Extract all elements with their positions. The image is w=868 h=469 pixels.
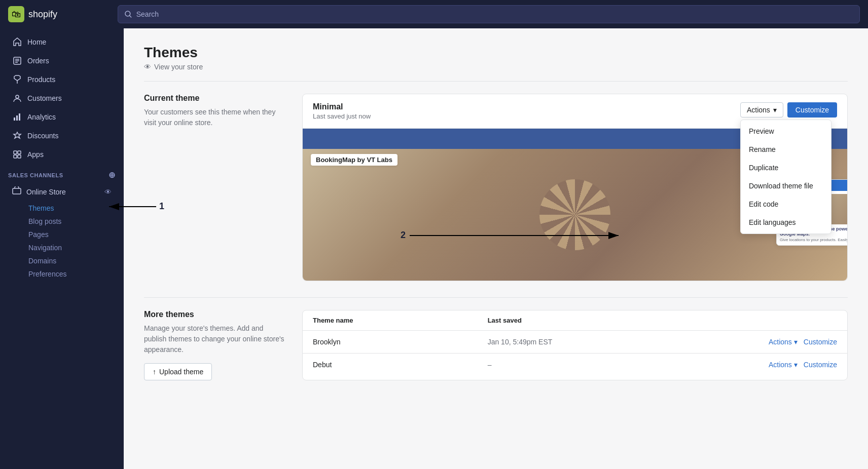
- add-sales-channel-icon[interactable]: ⊕: [108, 170, 116, 180]
- sub-nav-preferences[interactable]: Preferences: [20, 267, 124, 281]
- sidebar: Home Orders Products: [0, 28, 124, 469]
- logo: 🛍 shopify: [8, 6, 110, 22]
- search-input[interactable]: [136, 10, 853, 18]
- customize-button[interactable]: Customize: [787, 102, 837, 118]
- theme-name: Minimal: [313, 102, 371, 111]
- dropdown-edit-code[interactable]: Edit code: [741, 195, 831, 213]
- theme-row-debut-actions: Actions ▾ Customize: [662, 361, 837, 369]
- col-actions: [662, 317, 837, 324]
- col-last-saved: Last saved: [488, 317, 663, 324]
- sidebar-item-customers[interactable]: Customers: [4, 89, 120, 107]
- divider-2: [144, 297, 848, 298]
- products-icon: [12, 74, 22, 85]
- brooklyn-actions-label: Actions: [769, 338, 792, 346]
- svg-rect-10: [19, 113, 20, 121]
- more-themes-section: More themes Manage your store's themes. …: [144, 310, 848, 380]
- shopify-logo-bag: 🛍: [8, 6, 24, 22]
- dropdown-download[interactable]: Download theme file: [741, 177, 831, 195]
- topbar: 🛍 shopify: [0, 0, 868, 28]
- theme-row-brooklyn-saved: Jan 10, 5:49pm EST: [488, 338, 663, 346]
- online-store-left: Online Store: [12, 186, 66, 197]
- online-store-sub-nav: Themes Blog posts Pages Navigation Domai…: [0, 202, 124, 281]
- shopify-name: shopify: [28, 9, 57, 20]
- debut-actions-label: Actions: [769, 361, 792, 369]
- upload-theme-button[interactable]: ↑ Upload theme: [144, 363, 212, 380]
- debut-actions-button[interactable]: Actions ▾: [769, 361, 798, 369]
- brooklyn-actions-button[interactable]: Actions ▾: [769, 338, 798, 346]
- analytics-icon: [12, 112, 22, 122]
- sidebar-item-orders[interactable]: Orders: [4, 52, 120, 70]
- sub-nav-blog-posts[interactable]: Blog posts: [20, 215, 124, 228]
- current-theme-label: Current theme: [144, 94, 286, 103]
- svg-rect-11: [14, 151, 17, 154]
- theme-row-brooklyn-actions: Actions ▾ Customize: [662, 338, 837, 346]
- search-bar[interactable]: [118, 5, 860, 23]
- view-store-link[interactable]: 👁 View your store: [144, 63, 848, 71]
- sub-nav-pages[interactable]: Pages: [20, 228, 124, 241]
- theme-card-header: Minimal Last saved just now Actions ▾ Pr…: [303, 94, 847, 129]
- sub-nav-domains[interactable]: Domains: [20, 254, 124, 267]
- table-row: Debut – Actions ▾ Customize: [303, 354, 847, 376]
- actions-label: Actions: [747, 106, 770, 114]
- col-theme-name: Theme name: [313, 317, 488, 324]
- divider: [144, 81, 848, 82]
- sub-nav-themes[interactable]: Themes: [20, 202, 124, 215]
- current-theme-desc: Your customers see this theme when they …: [144, 107, 286, 128]
- theme-row-debut-saved: –: [488, 361, 663, 369]
- sales-channels-label: SALES CHANNELS: [8, 172, 63, 178]
- page-content: Themes 👁 View your store Current theme Y…: [124, 28, 868, 469]
- brooklyn-customize-button[interactable]: Customize: [804, 338, 837, 346]
- brooklyn-actions-chevron: ▾: [794, 338, 798, 346]
- svg-line-1: [130, 16, 131, 17]
- upload-label: Upload theme: [159, 368, 203, 376]
- svg-rect-14: [18, 155, 21, 158]
- actions-button[interactable]: Actions ▾: [740, 102, 783, 118]
- theme-row-debut-name: Debut: [313, 361, 488, 369]
- more-themes-desc: Manage your store's themes. Add and publ…: [144, 323, 286, 355]
- svg-rect-13: [14, 155, 17, 158]
- current-theme-info: Current theme Your customers see this th…: [144, 94, 286, 281]
- rope-visual: [539, 179, 610, 250]
- more-themes-label: More themes: [144, 310, 286, 319]
- discounts-label: Discounts: [27, 132, 58, 140]
- customers-label: Customers: [27, 94, 62, 102]
- svg-rect-15: [13, 188, 21, 194]
- theme-card-info: Minimal Last saved just now: [313, 102, 371, 120]
- products-label: Products: [27, 75, 55, 84]
- dropdown-duplicate[interactable]: Duplicate: [741, 159, 831, 177]
- orders-icon: [12, 56, 22, 66]
- sidebar-item-online-store[interactable]: Online Store 👁: [4, 182, 120, 201]
- svg-rect-12: [18, 151, 21, 154]
- analytics-label: Analytics: [27, 113, 56, 121]
- svg-rect-8: [14, 118, 15, 121]
- debut-actions-chevron: ▾: [794, 361, 798, 369]
- sidebar-item-products[interactable]: Products: [4, 70, 120, 89]
- view-store-label: View your store: [154, 63, 203, 71]
- dropdown-rename[interactable]: Rename: [741, 140, 831, 159]
- home-label: Home: [27, 38, 46, 46]
- home-icon: [12, 37, 22, 47]
- sidebar-item-apps[interactable]: Apps: [4, 145, 120, 164]
- sidebar-item-analytics[interactable]: Analytics: [4, 108, 120, 126]
- page-title: Themes: [144, 45, 848, 61]
- theme-row-brooklyn-name: Brooklyn: [313, 338, 488, 346]
- online-store-visibility-icon: 👁: [104, 188, 112, 196]
- orders-label: Orders: [27, 57, 49, 65]
- debut-customize-button[interactable]: Customize: [804, 361, 837, 369]
- dropdown-edit-languages[interactable]: Edit languages: [741, 213, 831, 231]
- svg-point-7: [16, 95, 19, 98]
- customers-icon: [12, 93, 22, 103]
- sidebar-item-discounts[interactable]: Discounts: [4, 127, 120, 145]
- more-themes-info: More themes Manage your store's themes. …: [144, 310, 286, 380]
- sub-nav-navigation[interactable]: Navigation: [20, 241, 124, 254]
- sidebar-item-home[interactable]: Home: [4, 33, 120, 51]
- online-store-icon: [12, 186, 21, 197]
- discounts-icon: [12, 131, 22, 141]
- dropdown-preview[interactable]: Preview: [741, 122, 831, 140]
- view-icon: 👁: [144, 63, 151, 71]
- theme-actions: Actions ▾ Preview Rename Duplicate Downl…: [740, 102, 837, 118]
- current-theme-card: Minimal Last saved just now Actions ▾ Pr…: [302, 94, 848, 281]
- side-preview-desc: Give locations to your products. Easily.…: [780, 238, 847, 242]
- search-icon: [124, 10, 132, 18]
- upload-icon: ↑: [153, 368, 156, 376]
